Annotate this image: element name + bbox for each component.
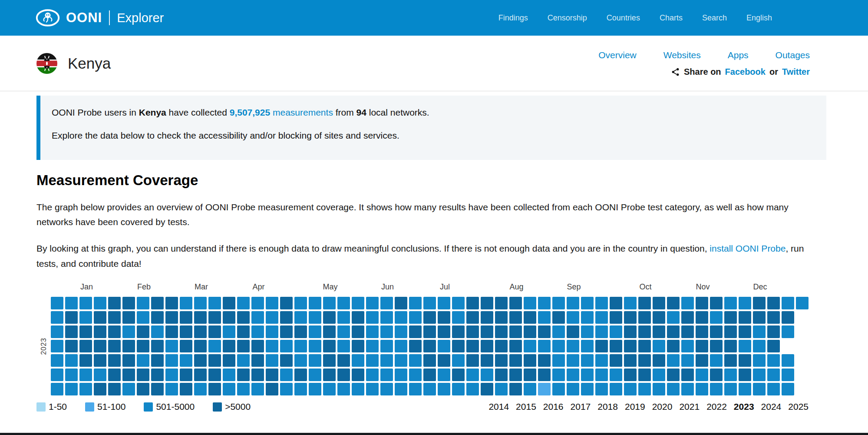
heatmap-cell[interactable] (151, 369, 164, 381)
heatmap-cell[interactable] (696, 297, 708, 309)
heatmap-cell[interactable] (323, 383, 336, 395)
heatmap-cell[interactable] (653, 354, 665, 367)
heatmap-cell[interactable] (137, 311, 149, 324)
heatmap-cell[interactable] (481, 369, 493, 381)
heatmap-cell[interactable] (294, 354, 307, 367)
heatmap-cell[interactable] (782, 369, 794, 381)
year-option-2015[interactable]: 2015 (516, 402, 536, 412)
heatmap-cell[interactable] (94, 340, 106, 352)
heatmap-cell[interactable] (122, 311, 135, 324)
heatmap-cell[interactable] (466, 311, 479, 324)
heatmap-cell[interactable] (796, 297, 809, 309)
heatmap-cell[interactable] (495, 311, 508, 324)
heatmap-cell[interactable] (567, 297, 579, 309)
heatmap-cell[interactable] (309, 369, 321, 381)
heatmap-cell[interactable] (294, 383, 307, 395)
heatmap-cell[interactable] (452, 383, 465, 395)
heatmap-cell[interactable] (180, 354, 192, 367)
heatmap-cell[interactable] (581, 311, 594, 324)
heatmap-cell[interactable] (309, 297, 321, 309)
heatmap-cell[interactable] (337, 311, 350, 324)
heatmap-cell[interactable] (567, 325, 579, 338)
heatmap-cell[interactable] (538, 311, 551, 324)
heatmap-cell[interactable] (509, 325, 522, 338)
heatmap-cell[interactable] (65, 297, 78, 309)
heatmap-cell[interactable] (237, 325, 250, 338)
heatmap-cell[interactable] (610, 311, 622, 324)
heatmap-cell[interactable] (481, 311, 493, 324)
heatmap-cell[interactable] (767, 297, 780, 309)
heatmap-cell[interactable] (753, 325, 766, 338)
heatmap-cell[interactable] (710, 354, 723, 367)
heatmap-cell[interactable] (509, 340, 522, 352)
heatmap-cell[interactable] (194, 369, 207, 381)
heatmap-cell[interactable] (294, 325, 307, 338)
heatmap-cell[interactable] (753, 311, 766, 324)
heatmap-cell[interactable] (552, 354, 565, 367)
heatmap-cell[interactable] (122, 383, 135, 395)
heatmap-cell[interactable] (552, 297, 565, 309)
ooni-logo[interactable]: OONI Explorer (36, 9, 164, 27)
heatmap-cell[interactable] (137, 369, 149, 381)
top-nav-item-english[interactable]: English (746, 13, 772, 23)
heatmap-cell[interactable] (180, 369, 192, 381)
heatmap-cell[interactable] (251, 297, 264, 309)
install-ooni-probe-link[interactable]: install OONI Probe (710, 243, 785, 253)
heatmap-cell[interactable] (495, 354, 508, 367)
heatmap-cell[interactable] (180, 340, 192, 352)
heatmap-cell[interactable] (51, 311, 63, 324)
heatmap-cell[interactable] (337, 325, 350, 338)
heatmap-cell[interactable] (753, 340, 766, 352)
heatmap-cell[interactable] (567, 311, 579, 324)
heatmap-cell[interactable] (122, 369, 135, 381)
heatmap-cell[interactable] (309, 311, 321, 324)
heatmap-cell[interactable] (624, 297, 637, 309)
heatmap-cell[interactable] (681, 340, 694, 352)
heatmap-cell[interactable] (782, 383, 794, 395)
heatmap-cell[interactable] (696, 340, 708, 352)
heatmap-cell[interactable] (366, 383, 379, 395)
heatmap-cell[interactable] (366, 311, 379, 324)
heatmap-cell[interactable] (395, 383, 407, 395)
heatmap-cell[interactable] (352, 325, 364, 338)
heatmap-cell[interactable] (767, 369, 780, 381)
heatmap-cell[interactable] (524, 340, 536, 352)
heatmap-cell[interactable] (595, 369, 608, 381)
heatmap-cell[interactable] (251, 383, 264, 395)
heatmap-cell[interactable] (610, 340, 622, 352)
year-option-2019[interactable]: 2019 (625, 402, 645, 412)
heatmap-cell[interactable] (438, 383, 450, 395)
heatmap-cell[interactable] (323, 354, 336, 367)
heatmap-cell[interactable] (94, 369, 106, 381)
heatmap-cell[interactable] (280, 297, 293, 309)
heatmap-cell[interactable] (710, 383, 723, 395)
heatmap-cell[interactable] (753, 297, 766, 309)
heatmap-cell[interactable] (237, 354, 250, 367)
heatmap-cell[interactable] (208, 311, 221, 324)
heatmap-cell[interactable] (610, 354, 622, 367)
heatmap-cell[interactable] (538, 340, 551, 352)
heatmap-cell[interactable] (280, 311, 293, 324)
heatmap-cell[interactable] (653, 369, 665, 381)
heatmap-cell[interactable] (251, 369, 264, 381)
heatmap-cell[interactable] (366, 297, 379, 309)
heatmap-cell[interactable] (681, 311, 694, 324)
heatmap-cell[interactable] (366, 325, 379, 338)
heatmap-cell[interactable] (509, 311, 522, 324)
heatmap-cell[interactable] (79, 340, 92, 352)
heatmap-cell[interactable] (294, 297, 307, 309)
heatmap-cell[interactable] (524, 369, 536, 381)
heatmap-cell[interactable] (266, 354, 278, 367)
heatmap-cell[interactable] (223, 383, 235, 395)
heatmap-cell[interactable] (638, 354, 651, 367)
heatmap-cell[interactable] (696, 311, 708, 324)
heatmap-cell[interactable] (137, 354, 149, 367)
heatmap-cell[interactable] (165, 369, 178, 381)
heatmap-cell[interactable] (438, 325, 450, 338)
heatmap-cell[interactable] (466, 354, 479, 367)
heatmap-cell[interactable] (423, 325, 436, 338)
heatmap-cell[interactable] (79, 354, 92, 367)
heatmap-cell[interactable] (151, 297, 164, 309)
heatmap-cell[interactable] (79, 325, 92, 338)
heatmap-cell[interactable] (509, 354, 522, 367)
